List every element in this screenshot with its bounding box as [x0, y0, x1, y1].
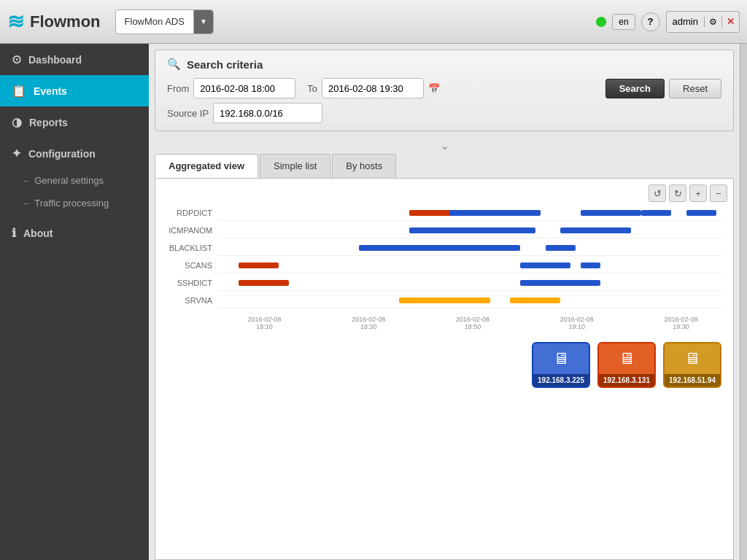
gantt-row: SRVNA	[167, 292, 721, 308]
host-card[interactable]: 🖥192.168.3.225	[532, 342, 590, 388]
host-card[interactable]: 🖥192.168.51.94	[663, 342, 721, 388]
time-label: 2016-02-08 18:50	[421, 316, 525, 330]
gantt-bar[interactable]	[239, 262, 279, 268]
time-label: 2016-02-08 19:30	[629, 316, 733, 330]
gantt-row: SCANS	[167, 257, 721, 273]
sidebar-label-general-settings: General settings	[34, 175, 104, 186]
content-area: 🔍 Search criteria From To 📅 Search Reset	[149, 44, 740, 560]
gantt-bar[interactable]	[520, 262, 570, 268]
gantt-bar[interactable]	[581, 210, 641, 216]
reports-icon: ◑	[12, 115, 22, 129]
configuration-icon: ✦	[12, 147, 21, 160]
language-button[interactable]: en	[612, 14, 635, 30]
gantt-bar-area	[218, 222, 721, 238]
gantt-bar[interactable]	[399, 298, 489, 303]
dashboard-icon: ⊙	[12, 52, 21, 66]
gantt-bar[interactable]	[560, 228, 631, 233]
source-ip-input[interactable]	[213, 103, 322, 123]
gantt-bar[interactable]	[409, 228, 535, 233]
gantt-row: ICMPANOM	[167, 222, 721, 238]
gantt-bar[interactable]	[641, 210, 671, 216]
host-card-label: 192.168.3.131	[599, 374, 654, 386]
zoom-in-button[interactable]: +	[689, 184, 707, 202]
user-close-button[interactable]: ✕	[721, 16, 739, 27]
search-fields: From To 📅 Search Reset	[167, 78, 721, 98]
sidebar-item-dashboard[interactable]: ⊙ Dashboard	[0, 44, 149, 75]
logo: ≋ Flowmon	[7, 9, 101, 34]
sidebar-label-about: About	[23, 228, 53, 239]
tab-by-hosts[interactable]: By hosts	[332, 154, 396, 178]
from-field-group: From	[167, 78, 295, 98]
host-card[interactable]: 🖥192.168.3.131	[597, 342, 656, 388]
app-selector[interactable]: FlowMon ADS ▼	[115, 9, 214, 34]
user-panel: admin ⚙ ✕	[666, 11, 740, 33]
status-indicator	[596, 17, 606, 27]
calendar-icon[interactable]: 📅	[428, 83, 440, 94]
host-card-label: 192.168.3.225	[533, 374, 589, 386]
gantt-row-label: RDPDICT	[167, 209, 218, 217]
gantt-bar[interactable]	[546, 245, 576, 251]
tab-simple-list[interactable]: Simple list	[260, 154, 330, 178]
main-layout: ⊙ Dashboard 📋 Events ◑ Reports ✦ Configu…	[0, 44, 747, 560]
help-button[interactable]: ?	[641, 12, 660, 31]
gantt-row-label: ICMPANOM	[167, 226, 218, 235]
host-card-label: 192.168.51.94	[665, 374, 720, 386]
gantt-bar[interactable]	[359, 245, 520, 251]
gantt-bar[interactable]	[520, 280, 600, 286]
app-selector-label: FlowMon ADS	[116, 16, 193, 27]
sidebar-item-reports[interactable]: ◑ Reports	[0, 106, 149, 138]
collapse-button[interactable]: ⌄	[149, 139, 740, 152]
about-icon: ℹ	[12, 226, 16, 240]
undo-button[interactable]: ↺	[649, 184, 666, 202]
tabs-area: Aggregated view Simple list By hosts ↺ ↻…	[155, 154, 734, 560]
gantt-bar-area	[218, 257, 721, 273]
gantt-bar[interactable]	[581, 262, 601, 268]
redo-button[interactable]: ↻	[669, 184, 686, 202]
gantt-bar-area	[218, 240, 721, 256]
source-ip-row: Source IP	[167, 103, 721, 123]
chart-container: ↺ ↻ + − RDPDICTICMPANOMBLACKLISTSCANSSSH…	[155, 178, 734, 560]
gantt-bar[interactable]	[510, 298, 560, 303]
gantt-row-label: BLACKLIST	[167, 244, 218, 252]
search-button[interactable]: Search	[605, 79, 665, 98]
sidebar-item-general-settings[interactable]: General settings	[0, 169, 149, 192]
from-input[interactable]	[193, 78, 295, 98]
zoom-out-button[interactable]: −	[710, 184, 727, 202]
gantt-bar[interactable]	[239, 280, 289, 286]
tab-aggregated-view[interactable]: Aggregated view	[155, 154, 258, 178]
search-actions: Search Reset	[605, 79, 721, 98]
gantt-bar-area	[218, 292, 721, 308]
sidebar-label-dashboard: Dashboard	[28, 54, 82, 66]
sidebar-label-events: Events	[34, 85, 67, 97]
monitor-icon: 🖥	[599, 343, 654, 374]
search-panel: 🔍 Search criteria From To 📅 Search Reset	[155, 50, 734, 131]
gantt-row-label: SCANS	[167, 261, 218, 270]
sidebar-label-configuration: Configuration	[28, 148, 96, 160]
time-axis: 2016-02-08 18:102016-02-08 18:302016-02-…	[212, 310, 733, 330]
user-name: admin	[667, 16, 704, 27]
gantt-chart: RDPDICTICMPANOMBLACKLISTSCANSSSHDICTSRVN…	[167, 205, 721, 308]
gantt-row-label: SRVNA	[167, 296, 218, 305]
app-selector-dropdown-btn[interactable]: ▼	[193, 10, 213, 34]
search-icon: 🔍	[167, 58, 181, 71]
sidebar-item-traffic-processing[interactable]: Traffic processing	[0, 192, 149, 214]
logo-icon: ≋	[7, 9, 24, 34]
gantt-bar[interactable]	[449, 210, 540, 216]
monitor-icon: 🖥	[665, 343, 720, 374]
topbar: ≋ Flowmon FlowMon ADS ▼ en ? admin ⚙ ✕	[0, 0, 747, 44]
sidebar-item-events[interactable]: 📋 Events	[0, 75, 149, 106]
scrollbar[interactable]	[740, 44, 747, 560]
sidebar-item-about[interactable]: ℹ About	[0, 217, 149, 249]
reset-button[interactable]: Reset	[669, 79, 721, 98]
to-input[interactable]	[322, 78, 424, 98]
search-criteria-label: Search criteria	[187, 58, 263, 71]
search-title: 🔍 Search criteria	[167, 58, 721, 71]
gantt-bar-area	[218, 205, 721, 221]
gantt-bar-area	[218, 275, 721, 291]
to-label: To	[307, 83, 317, 94]
time-label: 2016-02-08 18:10	[212, 316, 317, 330]
gantt-row: RDPDICT	[167, 205, 721, 221]
user-settings-button[interactable]: ⚙	[704, 17, 721, 27]
sidebar-item-configuration[interactable]: ✦ Configuration	[0, 138, 149, 169]
gantt-bar[interactable]	[686, 210, 716, 216]
